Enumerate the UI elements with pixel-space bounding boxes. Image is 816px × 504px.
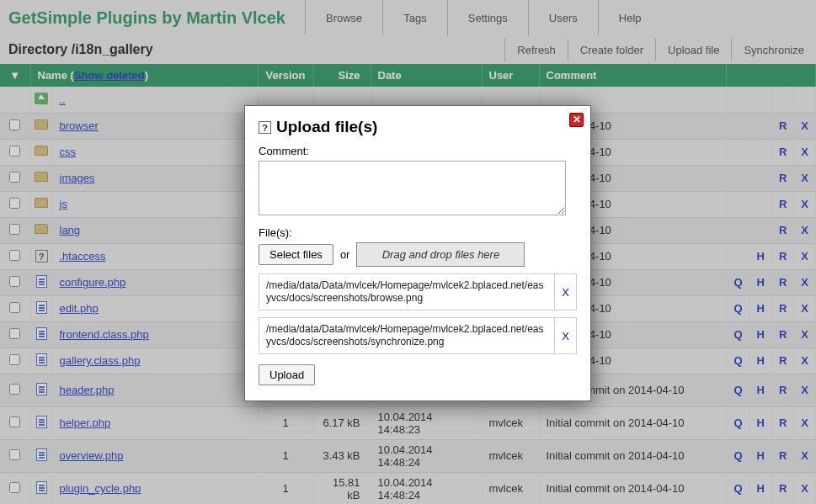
dialog-title: ? Upload file(s) [259,118,577,136]
file-path: /media/data/Data/mvlcek/Homepage/mvlcek2… [259,274,554,310]
upload-button[interactable]: Upload [259,364,315,385]
remove-file-button[interactable]: X [554,318,576,353]
file-path: /media/data/Data/mvlcek/Homepage/mvlcek2… [259,318,554,353]
selected-file-1: /media/data/Data/mvlcek/Homepage/mvlcek2… [259,273,577,310]
selected-file-2: /media/data/Data/mvlcek/Homepage/mvlcek2… [259,317,577,354]
dropzone[interactable]: Drag and drop files here [356,242,525,267]
remove-file-button[interactable]: X [554,274,576,310]
or-text: or [340,248,350,261]
comment-label: Comment: [259,145,577,157]
comment-textarea[interactable] [259,161,566,215]
upload-dialog: ✕ ? Upload file(s) Comment: File(s): Sel… [244,105,591,401]
files-label: File(s): [259,226,577,239]
select-files-button[interactable]: Select files [259,244,333,265]
help-icon: ? [259,121,271,134]
close-icon[interactable]: ✕ [569,113,584,127]
